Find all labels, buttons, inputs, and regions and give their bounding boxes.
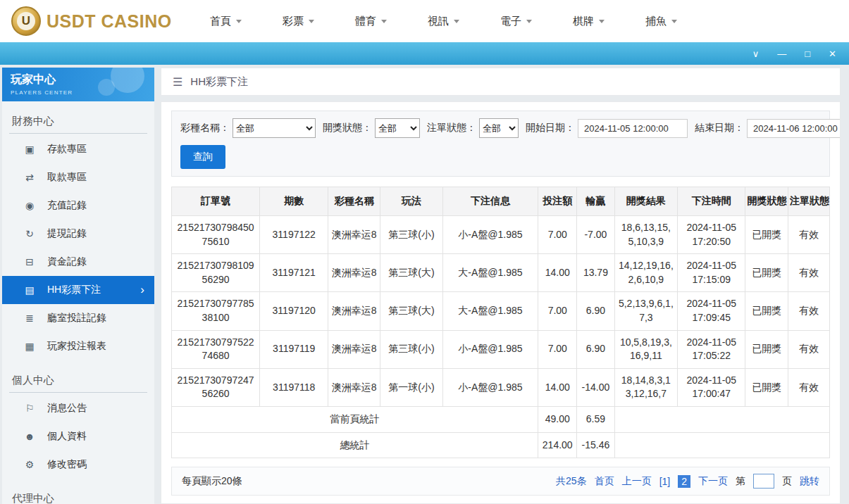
sidebar-item-label: 玩家投注報表 <box>47 340 106 353</box>
search-button[interactable]: 查詢 <box>180 145 225 169</box>
sidebar-item-icon: ◉ <box>23 200 36 211</box>
nav-item[interactable]: 電子 <box>500 15 532 28</box>
order-id-cell: 2152173079810956290 <box>172 254 260 292</box>
end-date-input[interactable] <box>747 119 841 138</box>
nav-item[interactable]: 棋牌 <box>573 15 605 28</box>
order-status-cell: 有效 <box>788 254 830 292</box>
sidebar-item-label: 提現記錄 <box>47 227 87 240</box>
sidebar-item-icon: ≣ <box>23 313 36 324</box>
period-cell: 31197122 <box>260 216 328 254</box>
page-number-link[interactable]: 2 <box>678 475 690 488</box>
sidebar-section-finance: 財務中心 ▣ 存款專區 ⇄ 取款專區 <box>2 108 154 360</box>
sidebar-item[interactable]: ▦ 玩家投注報表 <box>2 332 154 360</box>
sidebar-item[interactable]: ≣ 廳室投註記錄 <box>2 304 154 332</box>
table-row: 2152173079752274680 31197119 澳洲幸运8 第三球(小… <box>172 330 830 368</box>
sidebar-item[interactable]: ↻ 提現記錄 <box>2 220 154 248</box>
grand-total-empty <box>614 432 829 458</box>
total-count: 共25条 <box>556 475 587 488</box>
grand-total-row: 總統計 214.00 -15.46 <box>172 432 830 458</box>
sidebar-item-label: 修改密碼 <box>47 458 87 471</box>
period-cell: 31197120 <box>260 292 328 330</box>
close-icon[interactable]: ✕ <box>829 49 836 58</box>
jump-prefix: 第 <box>736 475 745 488</box>
sidebar-item[interactable]: ▣ 存款專區 <box>2 135 154 163</box>
minimize-icon[interactable]: — <box>777 49 786 58</box>
bet-amount-cell: 7.00 <box>538 216 577 254</box>
section-title-agent: 代理中心 <box>9 486 147 504</box>
filter-row: 彩種名稱： 全部 開獎狀態： 全部 注單狀態： <box>180 118 821 138</box>
next-page-link[interactable]: 下一页 <box>698 475 728 488</box>
nav-item[interactable]: 視訊 <box>428 15 459 28</box>
grand-total-amount: 214.00 <box>538 432 577 458</box>
page-title: HH彩票下注 <box>190 75 248 89</box>
table-row: 2152173079778538100 31197120 澳洲幸运8 第三球(大… <box>172 292 830 330</box>
chevron-down-icon <box>381 20 387 26</box>
nav-item[interactable]: 捕魚 <box>645 15 677 28</box>
chevron-down-icon <box>671 20 677 26</box>
sidebar-item[interactable]: ⚙ 修改密碼 <box>2 451 154 479</box>
menu-icon[interactable]: ☰ <box>173 75 182 89</box>
draw-status-select[interactable]: 全部 <box>375 118 420 138</box>
bet-info-cell: 小-A盤@1.985 <box>442 368 538 406</box>
play-cell: 第三球(大) <box>380 292 443 330</box>
bet-info-cell: 小-A盤@1.985 <box>442 216 538 254</box>
collapse-icon[interactable]: ∨ <box>752 49 760 58</box>
maximize-icon[interactable]: □ <box>805 49 810 58</box>
chevron-down-icon <box>454 20 459 26</box>
winloss-cell: -7.00 <box>577 216 614 254</box>
main-content: ☰ HH彩票下注 彩種名稱： 全部 開獎狀態： <box>161 68 841 504</box>
page-jump-input[interactable] <box>753 474 774 489</box>
sidebar-nav-personal: ⚐ 消息公告 ☻ 個人資料 ⚙ 修改密碼 <box>2 394 154 479</box>
nav-item[interactable]: 首頁 <box>210 15 242 28</box>
lottery-name-cell: 澳洲幸运8 <box>328 292 380 330</box>
first-page-link[interactable]: 首页 <box>595 475 614 488</box>
logo-text: USDT CASINO <box>47 11 172 32</box>
order-id-cell: 2152173079752274680 <box>172 330 260 368</box>
nav-item[interactable]: 彩票 <box>283 15 314 28</box>
jump-button[interactable]: 跳转 <box>800 475 819 488</box>
nav-item-label: 彩票 <box>283 15 304 28</box>
bet-amount-cell: 7.00 <box>538 330 577 368</box>
prev-page-link[interactable]: 上一页 <box>622 475 652 488</box>
play-cell: 第三球(小) <box>380 216 443 254</box>
sidebar-item[interactable]: ☻ 個人資料 <box>2 422 154 451</box>
start-date-filter: 開始日期： <box>526 119 688 138</box>
period-cell: 31197119 <box>260 330 328 368</box>
sidebar-item-icon: ⊟ <box>23 256 36 267</box>
chevron-down-icon <box>599 20 605 26</box>
sidebar-item[interactable]: ⚐ 消息公告 <box>2 394 154 422</box>
nav-item[interactable]: 體育 <box>355 15 387 28</box>
sidebar-item-icon: ☻ <box>23 431 36 442</box>
sidebar-item[interactable]: ⇄ 取款專區 <box>2 163 154 191</box>
bet-time-cell: 2024-11-05 17:15:09 <box>678 254 745 292</box>
page-total-amount: 49.00 <box>538 406 577 432</box>
logo[interactable]: U USDT CASINO <box>11 6 178 36</box>
table-header-cell: 彩種名稱 <box>328 187 380 216</box>
sidebar-item[interactable]: ⊟ 資金記錄 <box>2 248 154 276</box>
nav-item-label: 電子 <box>500 15 521 28</box>
sidebar-item-label: HH彩票下注 <box>47 284 101 296</box>
pagination-bar: 每頁顯示20條 共25条 首页 上一页 [1] 2 下一页 第 页 <box>171 467 830 496</box>
table-header-row: 訂單號 期數 彩種名稱 玩法 下注信息 投注額 <box>172 187 830 216</box>
section-title-personal: 個人中心 <box>9 367 147 393</box>
order-status-select[interactable]: 全部 <box>479 118 519 138</box>
breadcrumb: ☰ HH彩票下注 <box>161 68 841 96</box>
draw-status-cell: 已開獎 <box>745 368 788 406</box>
lottery-name-select[interactable]: 全部 <box>233 118 316 138</box>
sidebar-item[interactable]: ◉ 充值記錄 <box>2 191 154 220</box>
page-number-link[interactable]: [1] <box>659 476 671 487</box>
draw-result-cell: 18,6,13,15,5,10,3,9 <box>614 216 678 254</box>
sidebar-item-icon: ⚙ <box>23 459 36 470</box>
winloss-cell: 6.90 <box>577 330 614 368</box>
start-date-input[interactable] <box>578 119 688 138</box>
order-status-cell: 有效 <box>788 330 830 368</box>
table-header-cell: 投注額 <box>538 187 577 216</box>
bet-info-cell: 小-A盤@1.985 <box>442 330 538 368</box>
grand-total-label: 總統計 <box>172 432 538 458</box>
sidebar-item[interactable]: ▤ HH彩票下注 › <box>2 276 154 304</box>
lottery-name-filter: 彩種名稱： 全部 <box>180 118 316 138</box>
draw-status-filter: 開獎狀態： 全部 <box>323 118 420 138</box>
sidebar-subtitle: PLAYERS CENTER <box>11 89 146 96</box>
sidebar-item-label: 個人資料 <box>47 430 87 443</box>
sidebar-item-label: 存款專區 <box>47 143 87 156</box>
